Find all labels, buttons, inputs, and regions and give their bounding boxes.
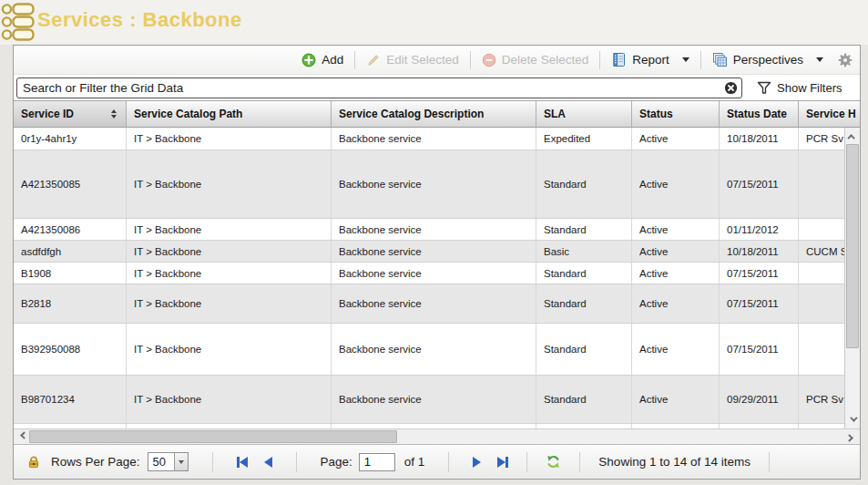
first-page-button[interactable]	[237, 457, 248, 468]
column-header-service-catalog-path[interactable]: Service Catalog Path	[127, 101, 332, 127]
cell-sla: Standard	[536, 150, 632, 218]
cell-service-h	[799, 263, 844, 284]
cell-description: Backbone service	[332, 219, 536, 240]
chevron-down-icon	[179, 460, 184, 464]
page-title: Services : Backbone	[37, 8, 242, 32]
rows-per-page-value: 50	[148, 453, 174, 470]
cell-status: Active	[632, 263, 720, 284]
cell-description: Backbone service	[332, 284, 536, 323]
cell-service-id: A421350086	[14, 219, 127, 240]
services-list-icon	[1, 3, 36, 42]
select-dropdown-button[interactable]	[174, 453, 188, 470]
x-circle-icon	[724, 81, 738, 95]
sort-arrows-icon	[111, 109, 117, 119]
cell-description: Backbone service	[332, 263, 536, 284]
show-filters-label: Show Filters	[777, 81, 842, 95]
cell-service-h	[799, 284, 844, 323]
column-header-label: Service H	[806, 108, 856, 120]
triangle-right-icon	[473, 457, 481, 468]
table-row[interactable]: asdfdfgh IT > Backbone Backbone service …	[14, 241, 844, 263]
scroll-left-arrow-icon[interactable]	[15, 429, 30, 444]
column-header-service-h[interactable]: Service H	[799, 101, 860, 127]
previous-page-button[interactable]	[264, 457, 272, 468]
funnel-icon	[757, 81, 771, 95]
toolbar-separator	[354, 51, 355, 69]
scroll-up-arrow-icon[interactable]	[845, 129, 860, 144]
perspectives-dropdown-caret-icon	[816, 57, 823, 62]
column-header-label: Service Catalog Description	[339, 108, 484, 120]
vertical-scrollbar[interactable]	[844, 128, 860, 428]
delete-selected-label: Delete Selected	[502, 53, 588, 67]
cell-service-h: PCR Sv	[799, 128, 844, 150]
last-page-button[interactable]	[497, 457, 508, 468]
cell-sla: Standard	[536, 284, 632, 323]
page-count-label: of 1	[404, 455, 425, 469]
edit-selected-button[interactable]: Edit Selected	[361, 53, 465, 67]
cell-path: IT > Backbone	[127, 150, 332, 218]
cell-description: Backbone service	[332, 376, 536, 423]
delete-selected-button[interactable]: Delete Selected	[476, 53, 594, 67]
table-row[interactable]: B1908 IT > Backbone Backbone service Sta…	[14, 263, 844, 284]
toolbar-separator	[470, 51, 471, 69]
search-box	[16, 77, 742, 98]
cell-status-date: 07/15/2011	[720, 150, 799, 218]
perspectives-button-label: Perspectives	[733, 53, 803, 67]
page-header: Services : Backbone	[0, 0, 868, 45]
cell-sla: Basic	[536, 241, 632, 262]
scroll-down-arrow-icon[interactable]	[845, 412, 860, 427]
cell-status: Active	[632, 376, 720, 423]
report-dropdown-caret-icon	[682, 57, 689, 62]
page-label: Page:	[321, 455, 352, 469]
column-header-service-id[interactable]: Service ID	[14, 101, 127, 127]
refresh-button[interactable]	[546, 454, 561, 470]
table-row[interactable]: B392950088 IT > Backbone Backbone servic…	[14, 324, 844, 376]
pagination-separator	[526, 452, 527, 472]
add-button[interactable]: Add	[296, 53, 349, 67]
stacked-windows-icon	[712, 52, 728, 67]
cell-service-id: A421350085	[14, 150, 127, 218]
triangle-right-icon	[497, 457, 505, 468]
table-row[interactable]: A421350086 IT > Backbone Backbone servic…	[14, 219, 844, 241]
cell-service-id: B2818	[14, 284, 127, 323]
search-input[interactable]	[16, 77, 742, 98]
cell-service-id: B98701234	[14, 376, 127, 423]
clear-search-button[interactable]	[724, 81, 738, 95]
table-row[interactable]: B98701234 IT > Backbone Backbone service…	[14, 376, 844, 424]
vertical-scrollbar-thumb[interactable]	[846, 144, 859, 348]
pagination-bar: Rows Per Page: 50 Page: of 1 Showing 1 t…	[14, 444, 860, 479]
table-row[interactable]: B2818 IT > Backbone Backbone service Sta…	[14, 284, 844, 324]
column-header-status-date[interactable]: Status Date	[720, 101, 799, 127]
column-header-service-catalog-description[interactable]: Service Catalog Description	[332, 101, 536, 127]
show-filters-button[interactable]: Show Filters	[757, 81, 842, 95]
cell-status-date: 07/15/2011	[720, 324, 799, 375]
table-row[interactable]: A421350085 IT > Backbone Backbone servic…	[14, 150, 844, 219]
report-button[interactable]: Report	[606, 52, 695, 67]
notebook-icon	[611, 52, 627, 67]
cell-status: Active	[632, 219, 720, 240]
horizontal-scrollbar[interactable]	[14, 428, 860, 444]
cell-status-date: 09/29/2011	[720, 376, 799, 423]
padlock-icon	[26, 455, 41, 470]
gear-icon	[838, 53, 853, 67]
triangle-left-icon	[240, 457, 248, 468]
cell-description: Backbone service	[332, 150, 536, 218]
rows-per-page-select[interactable]: 50	[148, 452, 189, 471]
services-grid-panel: Add Edit Selected Delete Selected	[13, 45, 861, 480]
cell-service-h: PCR Sv	[799, 376, 844, 423]
table-row[interactable]: 0r1y-4ahr1y IT > Backbone Backbone servi…	[14, 128, 844, 150]
page-number-input[interactable]	[359, 453, 395, 471]
cell-service-h	[799, 219, 844, 240]
cell-sla: Standard	[536, 376, 632, 423]
search-filter-row: Show Filters	[14, 75, 860, 100]
next-page-button[interactable]	[473, 457, 481, 468]
settings-button[interactable]	[838, 53, 853, 67]
cell-path: IT > Backbone	[127, 241, 332, 262]
horizontal-scrollbar-thumb[interactable]	[29, 430, 397, 443]
scroll-right-arrow-icon[interactable]	[843, 429, 858, 444]
perspectives-button[interactable]: Perspectives	[707, 52, 829, 67]
grid-body: 0r1y-4ahr1y IT > Backbone Backbone servi…	[14, 128, 860, 428]
cell-status: Active	[632, 241, 720, 262]
column-header-sla[interactable]: SLA	[536, 101, 632, 127]
cell-path: IT > Backbone	[127, 219, 332, 240]
column-header-status[interactable]: Status	[632, 101, 720, 127]
